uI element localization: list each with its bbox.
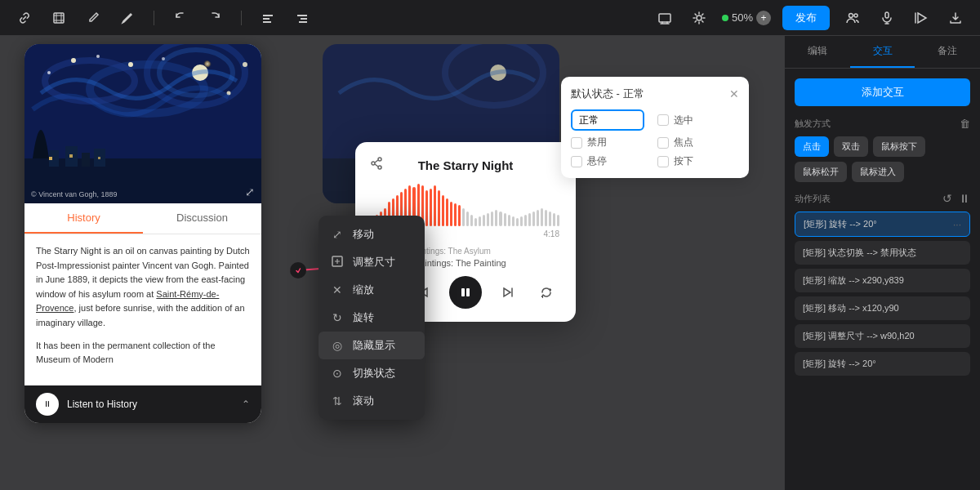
state-pressed-checkbox[interactable]	[657, 156, 669, 167]
refresh-icon[interactable]: ↺	[942, 192, 952, 205]
svg-rect-0	[54, 13, 64, 23]
svg-rect-46	[461, 288, 465, 296]
mic-icon[interactable]	[875, 7, 898, 29]
frame-icon[interactable]	[47, 7, 70, 29]
state-disabled-label: 禁用	[587, 136, 607, 149]
action-item-5[interactable]: [矩形] 旋转 --> 20°	[795, 352, 970, 376]
action-item-0[interactable]: [矩形] 旋转 --> 20° ···	[795, 212, 970, 237]
play-right-icon[interactable]	[910, 7, 933, 29]
context-item-rotate[interactable]: ↻ 旋转	[318, 304, 425, 332]
redo-icon[interactable]	[203, 7, 226, 29]
trash-icon[interactable]: 🗑	[960, 118, 970, 130]
screen-icon[interactable]	[653, 7, 676, 29]
panel-body: 添加交互 触发方式 🗑 点击 双击 鼠标按下 鼠标松开 鼠标进入 动作列表	[785, 69, 980, 490]
state-normal-input[interactable]	[571, 109, 644, 131]
state-disabled-checkbox[interactable]	[571, 137, 582, 149]
repeat-button[interactable]	[533, 279, 559, 305]
trigger-mouse-up[interactable]: 鼠标松开	[795, 162, 847, 182]
svg-rect-4	[297, 15, 307, 16]
action-text-5: [矩形] 旋转 --> 20°	[803, 358, 962, 370]
svg-point-41	[378, 158, 381, 161]
context-menu: ⤢ 移动 调整尺寸 ✕ 缩放 ↻ 旋转 ◎ 隐藏显示 ⊙	[318, 216, 425, 420]
rotate-icon: ↻	[330, 311, 345, 324]
scale-icon: ✕	[330, 283, 345, 296]
next-button[interactable]	[495, 279, 521, 305]
action-item-2[interactable]: [矩形] 缩放 --> x290,y839	[795, 269, 970, 292]
tab-notes[interactable]: 备注	[915, 36, 980, 68]
state-disabled: 禁用	[571, 136, 653, 149]
context-label-rotate: 旋转	[353, 310, 374, 325]
svg-marker-12	[918, 13, 926, 23]
tab-edit[interactable]: 编辑	[785, 36, 850, 68]
pencil-icon[interactable]	[116, 7, 139, 29]
scroll-icon: ⇅	[330, 394, 345, 408]
close-icon[interactable]: ✕	[729, 87, 739, 100]
download-icon[interactable]	[944, 7, 967, 29]
users-icon[interactable]	[841, 7, 864, 29]
context-item-move[interactable]: ⤢ 移动	[318, 220, 425, 248]
context-item-scale[interactable]: ✕ 缩放	[318, 276, 425, 304]
svg-rect-35	[98, 157, 100, 159]
link-connector-dot	[290, 262, 306, 278]
trigger-double-click[interactable]: 双击	[834, 136, 868, 157]
divider2	[241, 11, 242, 25]
svg-point-8	[697, 16, 702, 20]
undo-icon[interactable]	[169, 7, 192, 29]
state-hover-label: 悬停	[587, 154, 607, 168]
painting-image: © Vincent van Gogh, 1889 ⤢	[24, 44, 261, 203]
align-left-icon[interactable]	[256, 7, 279, 29]
trigger-click[interactable]: 点击	[795, 136, 829, 157]
context-label-scale: 缩放	[353, 283, 374, 297]
publish-button[interactable]: 发布	[782, 6, 830, 30]
trigger-mouse-enter[interactable]: 鼠标进入	[852, 162, 904, 182]
context-label-visibility: 隐藏显示	[353, 338, 395, 353]
chevron-up-icon[interactable]: ⌃	[242, 399, 250, 410]
svg-point-27	[243, 62, 247, 67]
expand-icon[interactable]: ⤢	[245, 185, 255, 198]
zoom-add-icon[interactable]: +	[756, 11, 771, 25]
pause-list-icon[interactable]: ⏸	[959, 192, 970, 205]
tab-history[interactable]: History	[24, 203, 143, 234]
context-item-visibility[interactable]: ◎ 隐藏显示	[318, 332, 425, 359]
tab-discussion[interactable]: Discussion	[143, 203, 261, 234]
mobile-tabs: History Discussion	[24, 203, 261, 234]
state-hover-checkbox[interactable]	[571, 156, 582, 167]
svg-point-26	[47, 71, 51, 74]
settings-icon[interactable]	[688, 7, 710, 29]
svg-point-42	[372, 162, 375, 165]
share-icon[interactable]	[370, 157, 383, 173]
svg-rect-7	[659, 14, 670, 22]
align-right-icon[interactable]	[291, 7, 314, 29]
pause-button[interactable]	[449, 276, 482, 309]
more-icon-0[interactable]: ···	[953, 219, 961, 230]
context-item-toggle[interactable]: ⊙ 切换状态	[318, 359, 425, 387]
state-selected-checkbox[interactable]	[657, 114, 669, 126]
highlight-link[interactable]: Saint-Rémy-de-Provence	[36, 289, 219, 314]
state-dropdown: 默认状态 - 正常 ✕ 选中 禁用 焦点	[561, 77, 749, 178]
svg-rect-3	[263, 21, 271, 23]
audio-pause-button[interactable]: ⏸	[36, 393, 59, 416]
action-item-3[interactable]: [矩形] 移动 --> x120,y90	[795, 296, 970, 320]
state-focus-checkbox[interactable]	[657, 137, 669, 149]
add-interaction-button[interactable]: 添加交互	[795, 78, 970, 106]
action-item-1[interactable]: [矩形] 状态切换 --> 禁用状态	[795, 241, 970, 265]
link-icon[interactable]	[13, 7, 36, 29]
context-item-scroll[interactable]: ⇅ 滚动	[318, 387, 425, 415]
action-item-4[interactable]: [矩形] 调整尺寸 --> w90,h20	[795, 324, 970, 348]
svg-point-23	[128, 62, 133, 67]
context-item-resize[interactable]: 调整尺寸	[318, 248, 425, 276]
divider	[154, 11, 154, 25]
action-list-title: 动作列表	[795, 193, 831, 205]
context-label-scroll: 滚动	[353, 394, 374, 408]
svg-point-22	[96, 55, 100, 58]
percent-badge: 50% +	[722, 11, 771, 25]
action-text-1: [矩形] 状态切换 --> 禁用状态	[803, 247, 962, 259]
visibility-icon: ◎	[330, 339, 345, 352]
state-pressed: 按下	[657, 154, 739, 168]
svg-point-10	[854, 14, 858, 17]
tab-interact[interactable]: 交互	[850, 36, 915, 68]
trigger-mouse-down[interactable]: 鼠标按下	[873, 136, 925, 157]
painting-credit: © Vincent van Gogh, 1889	[31, 190, 118, 198]
pen-icon[interactable]	[82, 7, 105, 29]
resize-icon	[330, 256, 345, 270]
